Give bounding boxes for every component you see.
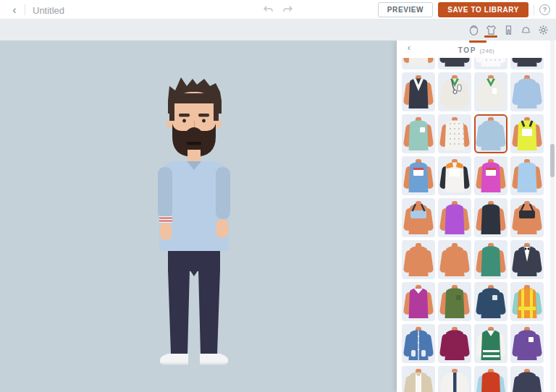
preview-canvas[interactable] <box>0 41 397 392</box>
top-item[interactable] <box>402 156 435 195</box>
asset-panel: ‹ TOP (246) <box>397 41 556 392</box>
wristband <box>159 216 172 223</box>
panel-scrollbar[interactable] <box>550 41 555 392</box>
top-item[interactable] <box>438 198 471 237</box>
hand <box>160 223 172 240</box>
top-item[interactable] <box>438 114 471 153</box>
pants-crotch <box>190 270 198 276</box>
top-item[interactable] <box>474 58 507 69</box>
top-item[interactable] <box>510 58 544 69</box>
top-item[interactable] <box>510 366 544 392</box>
top-item[interactable] <box>402 58 435 69</box>
top-item[interactable] <box>402 240 435 279</box>
pants-leg <box>168 270 190 354</box>
tab-hat[interactable] <box>517 20 534 41</box>
top-item[interactable] <box>510 156 544 195</box>
category-toolbar <box>0 20 556 41</box>
tab-bottom[interactable] <box>500 20 517 41</box>
document-title[interactable]: Untitled <box>33 5 64 16</box>
top-item[interactable] <box>510 240 544 279</box>
top-item[interactable] <box>438 366 471 392</box>
panel-back-icon[interactable]: ‹ <box>403 42 415 55</box>
top-item[interactable] <box>510 114 544 153</box>
redo-icon[interactable] <box>281 4 294 16</box>
save-to-library-button[interactable]: SAVE TO LIBRARY <box>438 2 528 17</box>
top-item[interactable] <box>438 72 471 111</box>
hair-side <box>214 99 219 121</box>
hand <box>216 219 229 238</box>
nose <box>194 122 195 127</box>
top-item[interactable] <box>474 240 507 279</box>
back-icon[interactable]: ‹ <box>7 3 22 17</box>
tab-settings[interactable] <box>534 20 552 41</box>
panel-title: TOP <box>458 46 476 54</box>
eye <box>202 119 206 123</box>
hat-icon <box>520 24 532 36</box>
top-item[interactable] <box>438 324 471 363</box>
pants-icon <box>502 24 515 36</box>
top-item[interactable] <box>474 282 507 321</box>
eyebrow <box>179 114 190 117</box>
tab-character-head[interactable] <box>465 20 482 41</box>
top-item[interactable] <box>510 72 544 111</box>
pants-leg <box>198 270 220 354</box>
top-bar: ‹ Untitled PREVIEW SAVE TO LIBRARY ? <box>0 0 556 20</box>
top-item[interactable] <box>438 58 471 69</box>
top-item[interactable] <box>402 282 435 321</box>
preview-button[interactable]: PREVIEW <box>378 2 433 17</box>
hair-fringe <box>171 93 217 103</box>
help-icon[interactable]: ? <box>539 4 550 15</box>
top-item[interactable] <box>402 72 435 111</box>
top-item[interactable] <box>474 324 507 363</box>
top-item[interactable] <box>438 240 471 279</box>
panel-header: ‹ TOP (246) <box>397 41 556 58</box>
top-item[interactable] <box>402 198 435 237</box>
eyebrow <box>198 114 209 117</box>
top-item[interactable] <box>402 324 435 363</box>
character-figure[interactable] <box>122 73 266 377</box>
top-item[interactable] <box>402 114 435 153</box>
top-item[interactable] <box>438 282 471 321</box>
top-item[interactable] <box>474 366 507 392</box>
mouth <box>187 142 201 145</box>
undo-icon[interactable] <box>262 4 275 16</box>
pants-hip <box>168 251 220 271</box>
top-item[interactable] <box>438 156 471 195</box>
panel-title-wrap: TOP (246) <box>397 43 556 56</box>
panel-item-count: (246) <box>479 48 494 54</box>
tops-grid <box>397 58 546 392</box>
divider <box>25 4 25 15</box>
sleeve <box>158 167 172 219</box>
tab-top[interactable] <box>482 20 500 41</box>
character-creator-app: ‹ Untitled PREVIEW SAVE TO LIBRARY ? <box>0 0 556 392</box>
mustache <box>187 133 201 140</box>
top-item-selected[interactable] <box>474 114 507 153</box>
gear-icon <box>537 24 549 36</box>
shirt-icon <box>485 24 497 36</box>
panel-scroll-area[interactable] <box>397 58 546 392</box>
top-item[interactable] <box>474 72 507 111</box>
top-item[interactable] <box>510 282 544 321</box>
hair-side <box>169 99 174 121</box>
top-item[interactable] <box>474 198 507 237</box>
head-icon <box>468 24 480 36</box>
sleeve <box>216 167 230 219</box>
top-item[interactable] <box>474 156 507 195</box>
top-item[interactable] <box>510 324 544 363</box>
scrollbar-thumb[interactable] <box>550 144 555 177</box>
divider <box>534 4 534 15</box>
top-item[interactable] <box>510 198 544 237</box>
eye <box>182 119 186 123</box>
top-item[interactable] <box>402 366 435 392</box>
